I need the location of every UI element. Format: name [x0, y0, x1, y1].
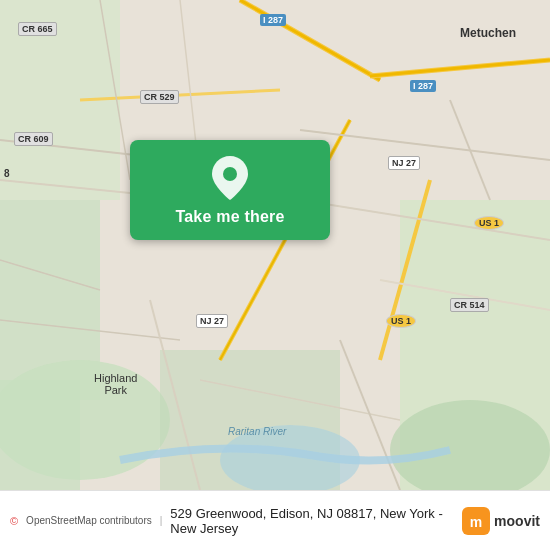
cta-overlay[interactable]: Take me there: [130, 140, 330, 240]
copyright-symbol: ©: [10, 515, 18, 527]
take-me-there-button[interactable]: Take me there: [175, 208, 284, 226]
pin-icon: [212, 156, 248, 200]
moovit-text: moovit: [494, 513, 540, 529]
svg-point-30: [223, 167, 237, 181]
svg-rect-7: [0, 380, 80, 490]
address-text: 529 Greenwood, Edison, NJ 08817, New Yor…: [170, 506, 454, 536]
svg-text:m: m: [470, 514, 482, 530]
osm-attribution: OpenStreetMap contributors: [26, 515, 152, 526]
moovit-icon: m: [462, 507, 490, 535]
bottom-bar: © OpenStreetMap contributors | 529 Green…: [0, 490, 550, 550]
moovit-logo: m moovit: [462, 507, 540, 535]
map-container: CR 665 CR 529 CR 609 CR 514 I 287 I 287 …: [0, 0, 550, 490]
